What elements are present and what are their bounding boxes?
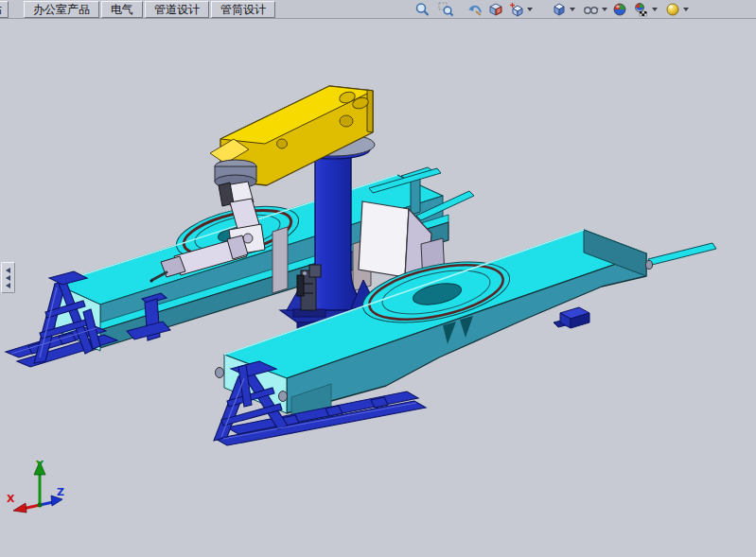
dropdown-arrow-icon xyxy=(527,8,533,11)
display-style-button[interactable] xyxy=(551,1,576,17)
collapse-triangle-icon xyxy=(6,283,10,288)
triad-y-label: Y xyxy=(35,459,44,471)
zoom-to-fit-icon xyxy=(414,2,431,17)
collapse-triangle-icon xyxy=(6,268,10,273)
zoom-to-area-icon xyxy=(438,2,454,17)
panel-collapse-button[interactable] xyxy=(1,262,15,293)
triad-x-label: X xyxy=(7,493,15,505)
display-style-icon xyxy=(552,2,568,17)
collapse-triangle-icon xyxy=(6,275,10,281)
zoom-to-fit-button[interactable] xyxy=(413,1,431,17)
white-block-front-face xyxy=(359,201,409,277)
right-beam-pivot-knob-3 xyxy=(646,261,653,270)
checkered-flag xyxy=(640,11,647,16)
edit-appearance-icon xyxy=(612,2,628,17)
boom-hole-front-1 xyxy=(340,115,353,127)
clamp-motor xyxy=(297,275,304,296)
tab-piping-design[interactable]: 管道设计 xyxy=(145,1,209,18)
tab-electrical[interactable]: 电气 xyxy=(101,1,143,18)
view-settings-icon xyxy=(665,2,681,17)
view-orientation-icon xyxy=(509,2,525,17)
view-settings-button[interactable] xyxy=(664,1,690,17)
command-tabs: 估 办公室产品 电气 管道设计 管筒设计 xyxy=(0,0,277,18)
view-triad: Y X Z xyxy=(7,459,64,513)
hide-show-items-button[interactable] xyxy=(582,1,608,17)
heads-up-view-toolbar xyxy=(413,1,690,17)
apply-scene-icon xyxy=(633,2,650,17)
section-view-button[interactable] xyxy=(487,1,505,17)
dropdown-arrow-icon xyxy=(570,8,575,11)
edit-appearance-button[interactable] xyxy=(611,1,629,17)
previous-view-button[interactable] xyxy=(466,1,484,17)
right-support-bracket[interactable] xyxy=(554,307,589,328)
tab-office-products[interactable]: 办公室产品 xyxy=(24,1,99,18)
torch-tip xyxy=(149,279,152,282)
apply-scene-button[interactable] xyxy=(632,1,659,17)
zoom-to-area-button[interactable] xyxy=(437,1,455,17)
right-beam-fin xyxy=(648,243,716,265)
triad-z-label: Z xyxy=(57,486,64,498)
dropdown-arrow-icon xyxy=(683,8,689,11)
boom-end-cap xyxy=(367,90,373,132)
previous-view-icon xyxy=(467,2,483,17)
3d-viewport: Y X Z xyxy=(0,0,756,557)
right-beam-pivot-knob-1 xyxy=(216,368,224,378)
dropdown-arrow-icon xyxy=(652,8,658,11)
triad-x-arrowhead xyxy=(13,503,26,513)
fixture-sliver-left[interactable] xyxy=(273,227,288,293)
hide-show-items-icon xyxy=(583,2,600,17)
left-beam-end-post xyxy=(411,177,420,215)
right-beam-pivot-knob-2 xyxy=(279,392,288,402)
view-orientation-button[interactable] xyxy=(508,1,534,17)
section-view-icon xyxy=(488,2,504,17)
tab-tubing-design[interactable]: 管筒设计 xyxy=(211,1,275,18)
boom-hole-front-2 xyxy=(277,139,288,148)
tab-partial[interactable]: 估 xyxy=(0,1,9,18)
dropdown-arrow-icon xyxy=(602,8,607,11)
